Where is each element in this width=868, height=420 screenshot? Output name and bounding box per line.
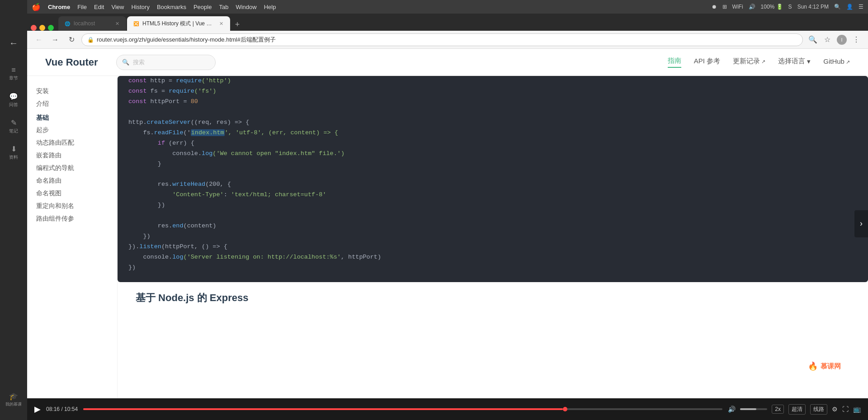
reload-btn[interactable]: ↻ (65, 33, 78, 46)
account-icon[interactable]: I (835, 33, 848, 46)
code-line-11: res.writeHead(200, { (128, 179, 857, 190)
sidenav-dynamic-route[interactable]: 动态路由匹配 (36, 137, 117, 149)
tab-localhost[interactable]: 🌐 localhost ✕ (58, 16, 126, 31)
vr-sidenav: 安装 介绍 基础 起步 动态路由匹配 嵌套路由 编程式的导航 命名路由 命名视图… (27, 76, 118, 398)
quality-btn[interactable]: 超清 (788, 404, 806, 415)
speed-2x-btn[interactable]: 2x (772, 405, 784, 414)
tab-vue-router[interactable]: 🔀 HTML5 History 模式 | Vue Rou... ✕ (127, 16, 230, 31)
sidenav-nested[interactable]: 嵌套路由 (36, 149, 117, 162)
forward-nav-btn[interactable]: → (49, 33, 61, 46)
menu-tab[interactable]: Tab (219, 4, 228, 10)
chrome-brand: Chrome (48, 4, 70, 10)
bookmark-icon[interactable]: ☆ (821, 33, 834, 46)
toolbar-right: 🔍 ☆ I ⋮ (807, 33, 863, 46)
chapter-icon: ≡ (11, 66, 15, 74)
search-icon-inner: 🔍 (122, 59, 129, 66)
vr-logo: Vue Router (45, 57, 98, 68)
search-toolbar-icon[interactable]: 🔍 (807, 33, 819, 46)
search-icon[interactable]: 🔍 (834, 4, 841, 10)
hamburger-icon[interactable]: ☰ (859, 4, 863, 10)
address-bar: ← → ↻ 🔒 router.vuejs.org/zh/guide/essent… (27, 31, 868, 49)
play-btn[interactable]: ▶ (34, 404, 41, 414)
browser-content: Vue Router 🔍 搜索 指南 API 参考 更新记录 选择语言▾ Git… (27, 49, 868, 398)
code-line-18: console.log('Server listening on: http:/… (128, 252, 857, 263)
tab2-close[interactable]: ✕ (217, 20, 225, 27)
traffic-lights (31, 25, 54, 31)
menu-people[interactable]: People (193, 4, 212, 10)
nav-github[interactable]: GitHub (823, 57, 850, 67)
code-line-19: }) (128, 263, 857, 273)
course-sidebar: ← ≡ 章节 💬 问答 ✎ 笔记 ⬇ 资料 🎓 我的慕课 (0, 0, 27, 420)
code-line-16: }) (128, 231, 857, 242)
tab1-close[interactable]: ✕ (113, 20, 121, 27)
sidenav-basics-heading: 基础 (36, 110, 117, 124)
code-line-blank2 (128, 169, 857, 179)
route-btn[interactable]: 线路 (810, 404, 827, 415)
more-icon[interactable]: ⋮ (850, 33, 863, 46)
sidebar-item-mycourse[interactable]: 🎓 我的慕课 (2, 388, 25, 411)
nav-guide[interactable]: 指南 (668, 57, 681, 68)
sidenav-props[interactable]: 路由组件传参 (36, 212, 117, 225)
vr-body: 安装 介绍 基础 起步 动态路由匹配 嵌套路由 编程式的导航 命名路由 命名视图… (27, 76, 868, 398)
menu-help[interactable]: Help (264, 4, 276, 10)
sidenav-named-routes[interactable]: 命名路由 (36, 175, 117, 187)
watermark-text: 慕课网 (821, 362, 841, 371)
code-line-7: if (err) { (128, 138, 857, 149)
menu-history[interactable]: History (131, 4, 149, 10)
code-line-17: }).listen(httpPort, () => { (128, 242, 857, 252)
sidebar-item-qa[interactable]: 💬 问答 (2, 89, 25, 111)
nav-changelog[interactable]: 更新记录 (733, 57, 765, 67)
close-btn[interactable] (31, 25, 37, 31)
apple-icon: 🍎 (32, 3, 41, 11)
menu-edit[interactable]: Edit (94, 4, 104, 10)
search-placeholder: 搜索 (133, 58, 145, 66)
sidebar-item-notes[interactable]: ✎ 笔记 (2, 115, 25, 137)
nav-api[interactable]: API 参考 (694, 57, 720, 67)
sidenav-install[interactable]: 安装 (36, 85, 117, 98)
code-line-1: const http = require('http') (128, 76, 857, 86)
menu-window[interactable]: Window (236, 4, 256, 10)
nav-language[interactable]: 选择语言▾ (778, 57, 811, 67)
settings-icon[interactable]: ⚙ (832, 406, 838, 413)
clock-display: Sun 4:12 PM (797, 4, 829, 10)
code-line-8: console.log('We cannot open "index.htm" … (128, 149, 857, 159)
code-line-13: }) (128, 200, 857, 211)
sidebar-item-chapter[interactable]: ≡ 章节 (2, 62, 25, 85)
code-line-blank3 (128, 211, 857, 221)
sidenav-start[interactable]: 起步 (36, 124, 117, 137)
address-input[interactable]: 🔒 router.vuejs.org/zh/guide/essentials/h… (81, 33, 803, 46)
materials-icon: ⬇ (11, 145, 17, 153)
tab2-favicon: 🔀 (132, 20, 140, 27)
right-arrow-btn[interactable]: › (854, 210, 868, 237)
maximize-btn[interactable] (48, 25, 54, 31)
notes-icon: ✎ (11, 118, 17, 127)
fullscreen-icon[interactable]: ⛶ (842, 406, 849, 413)
code-line-12: 'Content-Type': 'text/html; charset=utf-… (128, 190, 857, 200)
pip-icon[interactable]: 📺 (853, 406, 861, 413)
video-player-bar: ▶ 08:16 / 10:54 🔊 2x 超清 线路 ⚙ ⛶ 📺 (27, 398, 868, 420)
sidenav-named-views[interactable]: 命名视图 (36, 187, 117, 200)
menu-bookmarks[interactable]: Bookmarks (157, 4, 186, 10)
new-tab-btn[interactable]: + (231, 18, 244, 31)
section-heading: 基于 Node.js 的 Express (118, 282, 868, 305)
code-line-2: const fs = require('fs') (128, 86, 857, 97)
volume-bar[interactable] (740, 408, 767, 410)
materials-label: 资料 (9, 154, 18, 160)
vr-search-box[interactable]: 🔍 搜索 (116, 55, 216, 70)
minimize-btn[interactable] (39, 25, 45, 31)
vr-nav: 指南 API 参考 更新记录 选择语言▾ GitHub (668, 57, 850, 68)
vr-content: const http = require('http') const fs = … (118, 76, 868, 398)
sidenav-redirect[interactable]: 重定向和别名 (36, 200, 117, 212)
volume-icon[interactable]: 🔊 (728, 406, 736, 413)
progress-bar[interactable] (83, 408, 722, 410)
back-nav-btn[interactable]: ← (33, 33, 45, 46)
wifi-icon: WiFi (732, 4, 743, 10)
volume-fill (740, 408, 756, 410)
sidenav-programmatic[interactable]: 编程式的导航 (36, 162, 117, 175)
sidebar-back-btn[interactable]: ← (2, 32, 25, 54)
record-icon: ⏺ (712, 4, 717, 10)
menu-view[interactable]: View (111, 4, 124, 10)
sidenav-intro[interactable]: 介绍 (36, 98, 117, 110)
menu-file[interactable]: File (77, 4, 87, 10)
sidebar-item-materials[interactable]: ⬇ 资料 (2, 141, 25, 164)
